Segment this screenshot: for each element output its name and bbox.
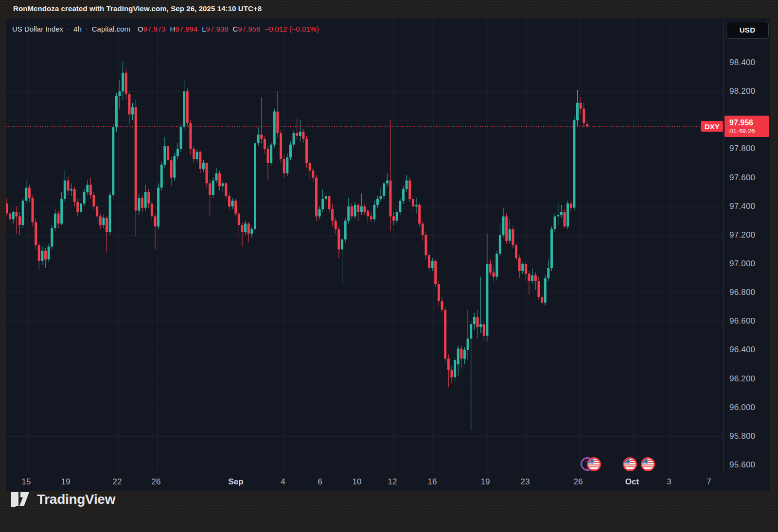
price-axis[interactable]: 97.956 01:49:26 98.40098.20098.00097.800…	[723, 18, 770, 473]
candle-down	[363, 204, 366, 215]
candle-down	[9, 209, 11, 226]
candle-up	[119, 80, 121, 108]
time-axis-label: Oct	[625, 477, 639, 487]
flag-canton	[642, 459, 648, 463]
candle-down	[6, 198, 8, 216]
candle-down	[186, 88, 189, 126]
candle-down	[18, 212, 21, 235]
candle-down	[302, 129, 304, 143]
candle-down	[367, 209, 369, 224]
time-axis[interactable]: 15192226Sep46101216192326Oct37	[6, 473, 770, 491]
time-axis-label: 19	[61, 477, 71, 487]
candle-up	[376, 196, 379, 208]
tradingview-logo-text: TradingView	[37, 492, 115, 507]
candle-down	[147, 189, 150, 207]
candle-down	[283, 154, 285, 177]
time-axis-label: Sep	[228, 477, 243, 487]
candle-up	[360, 193, 363, 215]
price-axis-label: 98.200	[729, 86, 755, 96]
price-axis-label: 96.600	[729, 316, 755, 326]
time-axis-label: 3	[667, 477, 671, 487]
bar-countdown: 01:49:26	[729, 127, 769, 135]
candle-down	[99, 213, 102, 229]
candle-up	[406, 175, 408, 192]
candle-up	[470, 321, 472, 430]
candle-down	[135, 100, 137, 237]
candle-down	[206, 162, 208, 188]
flag-canton	[624, 459, 630, 463]
candle-down	[141, 195, 143, 212]
candle-down	[583, 103, 585, 127]
candle-up	[347, 198, 350, 223]
candle-up	[467, 310, 469, 360]
flag-canton	[588, 459, 594, 463]
candle-up	[286, 153, 288, 176]
candle-down	[15, 206, 18, 234]
candle-down	[170, 157, 173, 186]
candle-up	[70, 183, 72, 196]
candle-up	[270, 142, 272, 166]
us-flag-icon[interactable]	[623, 457, 637, 471]
candle-down	[128, 91, 130, 124]
candle-down	[315, 175, 318, 221]
candle-up	[244, 221, 247, 235]
us-flag-icon[interactable]	[641, 457, 655, 471]
interval-label: 4h	[73, 25, 82, 33]
candle-down	[32, 195, 34, 226]
tradingview-logo[interactable]: TradingView	[11, 492, 115, 507]
candle-up	[157, 183, 159, 229]
candle-down	[528, 271, 530, 294]
candle-up	[273, 109, 276, 148]
chart-pane[interactable]: DXY	[6, 18, 723, 473]
candle-down	[534, 273, 537, 290]
current-price: 97.956	[729, 118, 769, 127]
candle-down	[151, 201, 153, 221]
attribution-text: RonMendoza created with TradingView.com,…	[13, 4, 262, 13]
candle-down	[238, 211, 240, 238]
candle-down	[209, 180, 211, 216]
candle-up	[109, 192, 111, 235]
candle-up	[399, 198, 401, 215]
candle-up	[144, 185, 147, 210]
candle-up	[25, 180, 27, 203]
candle-up	[202, 160, 205, 172]
candle-down	[248, 222, 250, 242]
candle-up	[183, 80, 185, 130]
candle-up	[380, 188, 382, 202]
candle-up	[531, 268, 533, 284]
us-flag-icon[interactable]	[587, 457, 601, 471]
candle-up	[160, 162, 163, 190]
candle-down	[447, 354, 450, 387]
currency-toggle-button[interactable]: USD	[726, 21, 769, 39]
time-axis-label: 12	[388, 477, 397, 487]
candle-up	[396, 209, 398, 224]
candle-up	[257, 127, 260, 146]
candle-down	[422, 221, 424, 240]
legend-separator: ·	[67, 25, 70, 33]
candle-down	[525, 261, 527, 281]
price-axis-label: 96.200	[729, 374, 755, 384]
candle-up	[112, 124, 114, 198]
candle-down	[276, 91, 279, 137]
candle-up	[318, 206, 321, 220]
candle-down	[476, 310, 478, 339]
candle-up	[173, 153, 176, 180]
candle-down	[441, 297, 443, 313]
ohlc-pair: C97.956	[232, 25, 260, 33]
candle-down	[389, 120, 391, 231]
candle-up	[431, 258, 434, 271]
price-axis-label: 97.400	[729, 202, 755, 211]
candle-down	[225, 182, 227, 199]
candle-up	[80, 201, 82, 215]
candle-up	[222, 180, 224, 192]
candle-down	[438, 281, 440, 305]
candle-up	[344, 218, 347, 242]
candle-down	[392, 212, 395, 225]
candle-down	[580, 97, 582, 114]
candle-up	[163, 137, 166, 168]
candle-down	[199, 150, 201, 173]
time-axis-label: 10	[353, 477, 362, 487]
price-axis-label: 95.600	[729, 460, 755, 470]
candle-down	[512, 226, 514, 248]
candle-down	[280, 130, 282, 163]
